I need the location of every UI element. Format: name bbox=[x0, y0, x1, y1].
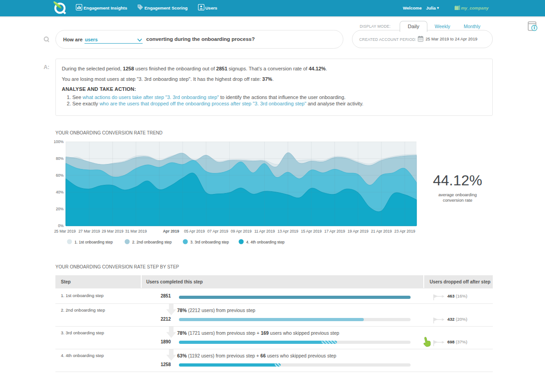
svg-text:23 Apr 2019: 23 Apr 2019 bbox=[394, 229, 415, 233]
svg-text:05 Apr 2019: 05 Apr 2019 bbox=[184, 229, 205, 233]
svg-text:2. 2nd onboarding step: 2. 2nd onboarding step bbox=[132, 240, 172, 244]
svg-text:31 Mar 2019: 31 Mar 2019 bbox=[125, 229, 147, 233]
svg-text:15 Apr 2019: 15 Apr 2019 bbox=[301, 229, 322, 233]
svg-text:25 Mar 2019: 25 Mar 2019 bbox=[54, 229, 76, 233]
svg-text:80%: 80% bbox=[56, 156, 64, 161]
svg-text:09 Apr 2019: 09 Apr 2019 bbox=[231, 229, 252, 233]
svg-text:40%: 40% bbox=[56, 190, 64, 194]
svg-text:21 Apr 2019: 21 Apr 2019 bbox=[371, 229, 392, 233]
svg-text:4. 4th onboarding step: 4. 4th onboarding step bbox=[246, 240, 285, 244]
svg-text:Apr 2019: Apr 2019 bbox=[163, 229, 179, 233]
svg-text:1. 1st onboarding step: 1. 1st onboarding step bbox=[74, 240, 113, 244]
svg-text:0%: 0% bbox=[58, 223, 64, 228]
svg-text:60%: 60% bbox=[56, 173, 64, 178]
svg-text:11 Apr 2019: 11 Apr 2019 bbox=[254, 229, 275, 233]
svg-text:07 Apr 2019: 07 Apr 2019 bbox=[208, 229, 228, 233]
svg-text:29 Mar 2019: 29 Mar 2019 bbox=[102, 229, 124, 233]
svg-text:13 Apr 2019: 13 Apr 2019 bbox=[277, 229, 298, 233]
svg-text:19 Apr 2019: 19 Apr 2019 bbox=[347, 229, 368, 233]
svg-text:100%: 100% bbox=[54, 139, 64, 144]
svg-text:17 Apr 2019: 17 Apr 2019 bbox=[324, 229, 345, 233]
svg-text:20%: 20% bbox=[56, 207, 64, 211]
svg-text:3. 3rd onboarding step: 3. 3rd onboarding step bbox=[190, 240, 229, 244]
svg-text:27 Mar 2019: 27 Mar 2019 bbox=[79, 229, 100, 233]
